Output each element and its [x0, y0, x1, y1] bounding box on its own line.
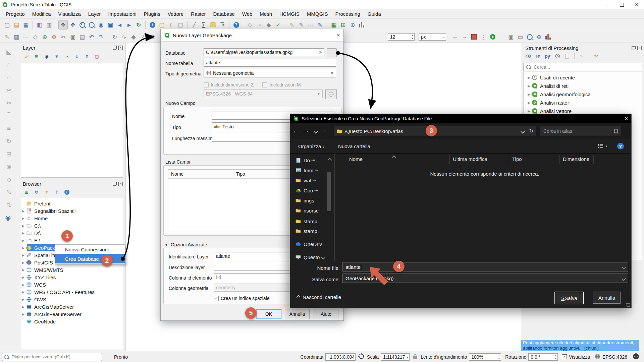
back-icon[interactable]: ←: [290, 128, 301, 134]
expand-all-icon[interactable]: ⇓: [72, 52, 81, 61]
close-dialog-icon[interactable]: ×: [625, 116, 628, 122]
close-panel-icon[interactable]: ×: [637, 46, 642, 50]
rotation-spin[interactable]: 0,0 °▲▼: [528, 353, 558, 361]
locator-input[interactable]: [11, 354, 100, 360]
messages-icon[interactable]: [633, 353, 639, 361]
node-icon[interactable]: ◇: [31, 33, 40, 41]
zoom-search-icon[interactable]: [525, 33, 534, 41]
menu-mesh[interactable]: Mesh: [256, 11, 276, 17]
filename-combo[interactable]: atlante: [342, 262, 628, 272]
recent-locations-icon[interactable]: [312, 128, 320, 134]
processing-item-geomorphology[interactable]: ▶Analisi geomorfologica: [524, 90, 644, 98]
offset-icon[interactable]: ⊗: [5, 162, 13, 171]
close-button[interactable]: ×: [629, 0, 644, 9]
scale-combo[interactable]: 1:1143217▼: [381, 353, 410, 361]
scissors-a-icon[interactable]: ✂: [5, 86, 13, 95]
cut-features-icon[interactable]: ✂: [59, 33, 68, 41]
menu-impostazioni[interactable]: Impostazioni: [104, 11, 140, 17]
magnifier-spin[interactable]: 100%▲▼: [469, 353, 501, 361]
delete-part-icon[interactable]: ⊖: [50, 33, 58, 41]
menu-hcmgis[interactable]: HCMGIS: [276, 11, 303, 17]
processing-item-network[interactable]: ▶Analisi di reti: [524, 82, 644, 89]
view-mode-icon[interactable]: [598, 143, 603, 149]
file-search-input[interactable]: [543, 128, 614, 134]
browser-item-geonode[interactable]: GeoNode: [18, 318, 125, 325]
forward-icon[interactable]: →: [301, 128, 312, 134]
processing-chart-icon[interactable]: [358, 20, 366, 29]
rotate-icon[interactable]: ↻: [5, 137, 13, 145]
view-dropdown-icon[interactable]: ▾: [605, 144, 607, 148]
trace-icon[interactable]: ✎: [5, 188, 13, 196]
menu-mmqgis[interactable]: MMQGIS: [303, 11, 332, 17]
processing-item-raster[interactable]: ▶Analisi raster: [524, 99, 644, 106]
menu-item-crea-database[interactable]: Crea Database…: [55, 254, 125, 263]
deselect-features-icon[interactable]: ▢: [176, 20, 185, 29]
sidebar-item-onedrive[interactable]: OneDriv: [290, 240, 334, 248]
reshape-icon[interactable]: ◆: [129, 33, 138, 41]
include-z-checkbox[interactable]: [204, 82, 209, 87]
col-nome[interactable]: Nome: [168, 171, 233, 177]
collapse-arrow-icon[interactable]: ▼: [165, 243, 168, 247]
organize-button[interactable]: Organizza ▾: [298, 143, 324, 149]
column-tipo[interactable]: Tipo: [512, 156, 522, 162]
menu-visualizza[interactable]: Visualizza: [55, 11, 85, 17]
style-brush-icon[interactable]: 🖌: [22, 52, 31, 61]
options-wrench-icon[interactable]: ⚒: [592, 52, 600, 60]
split-icon[interactable]: ╱: [139, 33, 147, 41]
clear-field-icon[interactable]: ⊗: [318, 50, 322, 55]
arrow-right-icon[interactable]: →: [460, 33, 469, 41]
browser-item-wfs[interactable]: ▶WFS / OGC API - Features: [18, 288, 125, 296]
copy-style-icon[interactable]: ▣: [506, 33, 515, 41]
column-dimensione[interactable]: Dimensione: [563, 156, 589, 162]
lock-scale-icon[interactable]: [413, 354, 417, 360]
crs-status[interactable]: EPSG:4326: [602, 354, 627, 360]
merge-icon[interactable]: ⊞: [148, 33, 157, 41]
r-scripts-icon[interactable]: R▾: [534, 52, 542, 60]
pan-to-selection-icon[interactable]: ✥: [68, 20, 77, 29]
manage-visibility-icon[interactable]: ◉: [42, 52, 51, 61]
statistical-summary-icon[interactable]: ∑: [199, 20, 208, 29]
menu-plugins[interactable]: Plugins: [140, 11, 164, 17]
address-dropdown-icon[interactable]: [521, 128, 524, 134]
menu-modifica[interactable]: Modifica: [29, 11, 55, 17]
refresh-browser-icon[interactable]: ↻: [32, 188, 41, 196]
breadcrumb-questo-pc[interactable]: Questo PC: [346, 128, 371, 134]
sidebar-scroll-up-icon[interactable]: [328, 157, 331, 163]
breadcrumb-atlas[interactable]: atlas: [392, 128, 403, 134]
filter-browser-icon[interactable]: ▼: [42, 188, 51, 196]
browser-item-segnalibri[interactable]: ▶Segnalibri Spaziali: [18, 207, 125, 215]
new-folder-button[interactable]: Nuova cartella: [338, 143, 370, 149]
add-layer-icon[interactable]: ⊞: [339, 20, 347, 29]
browser-item-preferiti[interactable]: Preferiti: [18, 200, 125, 207]
sidebar-item-stamp2[interactable]: stamp: [290, 227, 334, 235]
zoom-plus-icon[interactable]: ⊕: [535, 33, 543, 41]
stats-icon[interactable]: [544, 33, 553, 41]
grid-icon[interactable]: ⊞: [5, 149, 13, 158]
sidebar-scrollbar[interactable]: [327, 172, 331, 211]
scissors-b-icon[interactable]: ✂: [5, 99, 13, 107]
browser-item-home[interactable]: ▶⌂Home: [18, 215, 125, 222]
savetype-dropdown-icon[interactable]: [622, 276, 625, 281]
hide-folders-button[interactable]: Nascondi cartelle: [297, 294, 341, 300]
menu-item-nuova-connessione[interactable]: Nuova Connessione…: [55, 245, 125, 254]
filter-legend-icon[interactable]: ▼: [52, 52, 61, 61]
arrow-left-icon[interactable]: ←: [451, 33, 460, 41]
notice-close-link[interactable]: [chiudi]: [584, 346, 599, 351]
new-vector-layer-icon[interactable]: ▦: [329, 20, 338, 29]
crs-globe-icon[interactable]: [595, 354, 600, 360]
extents-icon[interactable]: [358, 353, 364, 360]
font-size-spinner[interactable]: 12▲▼: [388, 33, 415, 41]
float-panel-icon[interactable]: [113, 46, 116, 50]
resize-grip[interactable]: [627, 303, 630, 307]
copy-features-icon[interactable]: ▣: [68, 33, 77, 41]
expression-filter-icon[interactable]: ε▾: [62, 52, 71, 61]
zoom-in-icon[interactable]: +: [78, 20, 87, 29]
vertex-tool-icon[interactable]: ◇: [246, 20, 254, 29]
menu-raster[interactable]: Raster: [187, 11, 209, 17]
help-icon[interactable]: ?: [232, 20, 240, 29]
save-project-icon[interactable]: ▦: [21, 20, 30, 29]
share-icon[interactable]: ➤: [488, 33, 497, 41]
results-viewer-icon[interactable]: [563, 52, 572, 60]
browser-item-c-drive[interactable]: ▶C:\: [18, 222, 125, 229]
search-box[interactable]: [540, 126, 621, 136]
